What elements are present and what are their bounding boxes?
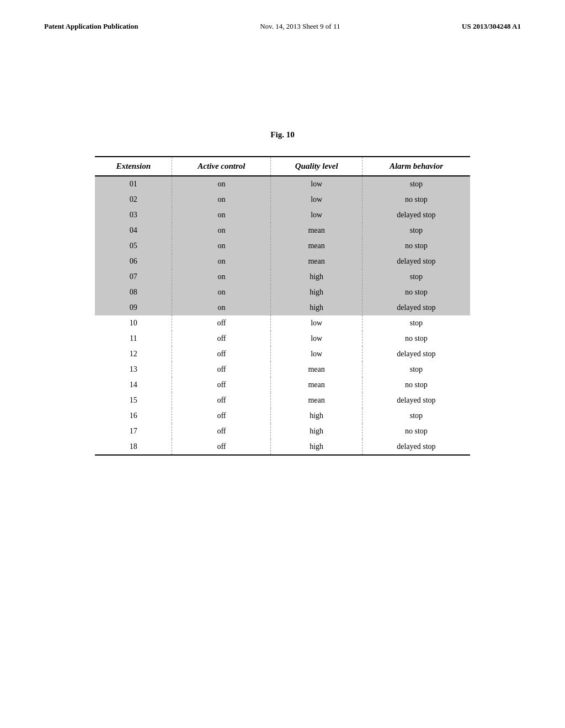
table-row: 14offmeanno stop: [95, 377, 470, 393]
table-row: 04onmeanstop: [95, 223, 470, 238]
cell-extension: 11: [95, 331, 172, 346]
cell-active-control: on: [172, 238, 271, 254]
cell-extension: 15: [95, 393, 172, 408]
table-row: 08onhighno stop: [95, 285, 470, 300]
page: Patent Application Publication Nov. 14, …: [0, 0, 565, 728]
cell-quality-level: low: [271, 346, 363, 362]
cell-quality-level: high: [271, 424, 363, 439]
table-body: 01onlowstop02onlowno stop03onlowdelayed …: [95, 176, 470, 455]
cell-quality-level: high: [271, 408, 363, 424]
col-extension: Extension: [95, 157, 172, 176]
cell-alarm-behavior: no stop: [362, 285, 470, 300]
page-header: Patent Application Publication Nov. 14, …: [44, 22, 521, 31]
cell-active-control: off: [172, 393, 271, 408]
cell-active-control: on: [172, 192, 271, 207]
cell-alarm-behavior: no stop: [362, 192, 470, 207]
col-active-control: Active control: [172, 157, 271, 176]
cell-quality-level: mean: [271, 362, 363, 377]
table-row: 12offlowdelayed stop: [95, 346, 470, 362]
cell-alarm-behavior: delayed stop: [362, 393, 470, 408]
cell-alarm-behavior: no stop: [362, 424, 470, 439]
cell-alarm-behavior: delayed stop: [362, 254, 470, 269]
cell-quality-level: mean: [271, 223, 363, 238]
table-row: 17offhighno stop: [95, 424, 470, 439]
cell-extension: 18: [95, 439, 172, 455]
cell-extension: 04: [95, 223, 172, 238]
cell-alarm-behavior: stop: [362, 269, 470, 285]
table-row: 03onlowdelayed stop: [95, 207, 470, 223]
cell-active-control: on: [172, 223, 271, 238]
cell-extension: 06: [95, 254, 172, 269]
cell-quality-level: low: [271, 192, 363, 207]
header-publication-label: Patent Application Publication: [44, 22, 138, 31]
cell-alarm-behavior: no stop: [362, 331, 470, 346]
cell-active-control: on: [172, 269, 271, 285]
cell-active-control: off: [172, 315, 271, 331]
publication-text: Patent Application Publication: [44, 22, 138, 30]
table-row: 11offlowno stop: [95, 331, 470, 346]
cell-quality-level: high: [271, 300, 363, 315]
table-row: 18offhighdelayed stop: [95, 439, 470, 455]
date-sheet-text: Nov. 14, 2013 Sheet 9 of 11: [260, 22, 340, 30]
cell-active-control: on: [172, 176, 271, 192]
cell-alarm-behavior: stop: [362, 176, 470, 192]
figure-title: Fig. 10: [44, 130, 521, 140]
cell-quality-level: low: [271, 331, 363, 346]
cell-active-control: off: [172, 439, 271, 455]
cell-alarm-behavior: delayed stop: [362, 207, 470, 223]
cell-extension: 12: [95, 346, 172, 362]
data-table-container: Extension Active control Quality level A…: [95, 156, 470, 456]
table-row: 10offlowstop: [95, 315, 470, 331]
cell-active-control: off: [172, 377, 271, 393]
cell-extension: 16: [95, 408, 172, 424]
cell-extension: 10: [95, 315, 172, 331]
table-header-row: Extension Active control Quality level A…: [95, 157, 470, 176]
cell-alarm-behavior: stop: [362, 362, 470, 377]
cell-quality-level: low: [271, 176, 363, 192]
col-alarm-behavior: Alarm behavior: [362, 157, 470, 176]
cell-active-control: on: [172, 300, 271, 315]
cell-extension: 05: [95, 238, 172, 254]
cell-extension: 01: [95, 176, 172, 192]
cell-alarm-behavior: delayed stop: [362, 439, 470, 455]
table-row: 06onmeandelayed stop: [95, 254, 470, 269]
table-header: Extension Active control Quality level A…: [95, 157, 470, 176]
cell-active-control: on: [172, 285, 271, 300]
cell-alarm-behavior: stop: [362, 408, 470, 424]
cell-quality-level: mean: [271, 393, 363, 408]
cell-quality-level: mean: [271, 377, 363, 393]
cell-extension: 02: [95, 192, 172, 207]
cell-quality-level: mean: [271, 254, 363, 269]
table-row: 16offhighstop: [95, 408, 470, 424]
cell-alarm-behavior: stop: [362, 223, 470, 238]
cell-alarm-behavior: no stop: [362, 377, 470, 393]
table-row: 02onlowno stop: [95, 192, 470, 207]
cell-active-control: off: [172, 331, 271, 346]
table-row: 15offmeandelayed stop: [95, 393, 470, 408]
header-patent-number: US 2013/304248 A1: [462, 22, 521, 31]
cell-active-control: on: [172, 254, 271, 269]
cell-extension: 17: [95, 424, 172, 439]
patent-number-text: US 2013/304248 A1: [462, 22, 521, 30]
cell-extension: 07: [95, 269, 172, 285]
cell-quality-level: low: [271, 207, 363, 223]
extension-table: Extension Active control Quality level A…: [95, 156, 470, 456]
cell-alarm-behavior: stop: [362, 315, 470, 331]
cell-active-control: off: [172, 408, 271, 424]
table-row: 07onhighstop: [95, 269, 470, 285]
cell-extension: 09: [95, 300, 172, 315]
cell-active-control: off: [172, 424, 271, 439]
cell-alarm-behavior: no stop: [362, 238, 470, 254]
table-row: 05onmeanno stop: [95, 238, 470, 254]
cell-active-control: on: [172, 207, 271, 223]
cell-active-control: off: [172, 346, 271, 362]
figure-label-text: Fig. 10: [270, 130, 294, 139]
table-row: 01onlowstop: [95, 176, 470, 192]
cell-extension: 03: [95, 207, 172, 223]
cell-alarm-behavior: delayed stop: [362, 300, 470, 315]
cell-quality-level: low: [271, 315, 363, 331]
cell-extension: 14: [95, 377, 172, 393]
cell-quality-level: high: [271, 269, 363, 285]
cell-active-control: off: [172, 362, 271, 377]
table-row: 09onhighdelayed stop: [95, 300, 470, 315]
